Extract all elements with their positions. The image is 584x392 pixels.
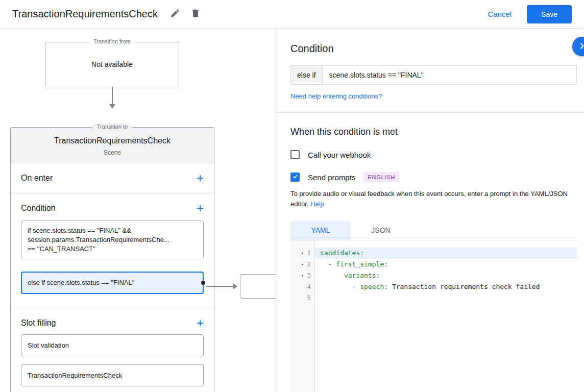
help-link[interactable]: Help <box>310 200 324 208</box>
collapse-arrow-icon[interactable]: ▾ <box>301 251 307 256</box>
yaml-editor[interactable]: ▾ 1 ▾ 2 ▾ 3 4 5 <box>290 240 577 392</box>
editor-gutter: ▾ 1 ▾ 2 ▾ 3 4 5 <box>290 240 315 392</box>
code-line-3[interactable]: variants: <box>315 270 577 281</box>
gutter-row-3: ▾ 3 <box>290 270 314 281</box>
pencil-icon <box>170 8 180 20</box>
condition-section-label: Condition <box>21 204 56 213</box>
transition-from-content: Not available <box>45 42 179 86</box>
editor-code-area[interactable]: candidates: - first_simple: variants: - … <box>315 240 577 392</box>
condition-card-2-text: else if scene.slots.status == "FINAL" <box>28 279 134 286</box>
edit-title-button[interactable] <box>167 5 183 23</box>
code-line-2[interactable]: - first_simple: <box>315 259 577 270</box>
slot-card-transaction[interactable]: TransactionRequirementsCheck <box>21 364 204 386</box>
transition-arrow-head-icon <box>109 104 115 109</box>
tab-json[interactable]: JSON <box>351 220 411 240</box>
scene-title: TransactionRequirementsCheck <box>17 136 208 145</box>
code-line-5[interactable] <box>315 292 577 304</box>
top-bar: TransactionRequirementsCheck Cancel Save <box>0 0 584 29</box>
add-condition-button[interactable]: + <box>197 204 204 213</box>
condition-expression-row: else if <box>290 65 577 85</box>
scene-canvas: Transition from Not available Transition… <box>0 29 276 392</box>
line-number: 1 <box>307 250 311 257</box>
language-badge: ENGLISH <box>363 172 399 182</box>
transition-arrow-line <box>112 87 113 104</box>
transition-from-label: Transition from <box>89 38 135 44</box>
on-enter-label: On enter <box>21 174 53 183</box>
collapse-arrow-icon[interactable]: ▾ <box>301 273 307 278</box>
send-prompts-checkbox[interactable] <box>290 173 300 182</box>
check-icon <box>292 173 299 182</box>
line-number: 5 <box>307 295 311 302</box>
scene-header[interactable]: TransactionRequirementsCheck Scene <box>11 128 214 163</box>
scene-subtitle: Scene <box>17 149 208 156</box>
slot-filling-row[interactable]: Slot filling + <box>11 308 214 334</box>
prompt-description-text: To provide audio or visual feedback when… <box>290 190 568 208</box>
delete-scene-button[interactable] <box>187 5 204 23</box>
page-title: TransactionRequirementsCheck <box>12 8 158 20</box>
save-button[interactable]: Save <box>527 5 572 23</box>
condition-editor-panel: Condition else if Need help entering con… <box>276 29 584 392</box>
transition-to-label: Transition to <box>93 124 132 130</box>
collapse-arrow-icon[interactable]: ▾ <box>301 262 307 267</box>
condition-section: Condition + if scene.slots.status == "FI… <box>11 193 214 308</box>
condition-prefix-chip: else if <box>291 66 323 84</box>
add-slot-button[interactable]: + <box>197 318 204 328</box>
line-number: 4 <box>307 283 311 290</box>
line-number: 2 <box>307 261 311 268</box>
condition-card-1[interactable]: if scene.slots.status == "FINAL" && sess… <box>21 220 204 259</box>
condition-transition-arrow-icon <box>233 283 237 289</box>
gutter-row-1: ▾ 1 <box>290 248 314 259</box>
tab-yaml[interactable]: YAML <box>290 220 351 240</box>
send-prompts-row: Send prompts ENGLISH <box>290 172 577 182</box>
when-condition-met-title: When this condition is met <box>290 127 577 137</box>
on-enter-row[interactable]: On enter + <box>11 163 214 193</box>
webhook-row: Call your webhook <box>290 150 577 159</box>
webhook-label: Call your webhook <box>308 151 371 159</box>
gutter-row-2: ▾ 2 <box>290 259 314 270</box>
code-line-4[interactable]: - speech: Transaction requirements check… <box>315 281 577 292</box>
slot-card-validation[interactable]: Slot validation <box>21 334 204 356</box>
slot-card-transaction-text: TransactionRequirementsCheck <box>28 372 122 379</box>
panel-divider <box>276 112 584 113</box>
transition-from-box[interactable]: Transition from Not available <box>45 42 179 86</box>
gutter-row-5: 5 <box>290 292 314 304</box>
send-prompts-label: Send prompts <box>308 173 355 182</box>
condition-help-link[interactable]: Need help entering conditions? <box>290 92 382 100</box>
connector-dot-icon <box>201 281 205 285</box>
webhook-checkbox[interactable] <box>290 150 300 159</box>
condition-card-2-selected[interactable]: else if scene.slots.status == "FINAL" <box>21 272 204 294</box>
code-line-1[interactable]: candidates: <box>315 248 577 259</box>
condition-card-1-text: if scene.slots.status == "FINAL" && sess… <box>28 227 169 253</box>
slot-filling-label: Slot filling <box>21 318 56 328</box>
chevron-right-icon <box>576 40 584 54</box>
transition-target-box[interactable] <box>240 274 276 299</box>
line-number: 3 <box>307 272 311 279</box>
gutter-row-4: 4 <box>290 281 314 292</box>
transition-to-box: Transition to TransactionRequirementsChe… <box>10 127 214 392</box>
condition-expression-input[interactable] <box>323 66 576 84</box>
prompt-description: To provide audio or visual feedback when… <box>290 189 577 209</box>
condition-transition-line <box>206 286 234 287</box>
add-on-enter-button[interactable]: + <box>197 174 204 183</box>
trash-icon <box>190 8 201 20</box>
editor-tabs: YAML JSON <box>290 220 577 240</box>
slot-filling-section: Slot filling + Slot validation Transacti… <box>11 308 214 386</box>
panel-title: Condition <box>290 43 577 55</box>
cancel-button[interactable]: Cancel <box>485 7 514 21</box>
slot-card-validation-text: Slot validation <box>28 341 69 349</box>
condition-row[interactable]: Condition + <box>11 193 214 219</box>
